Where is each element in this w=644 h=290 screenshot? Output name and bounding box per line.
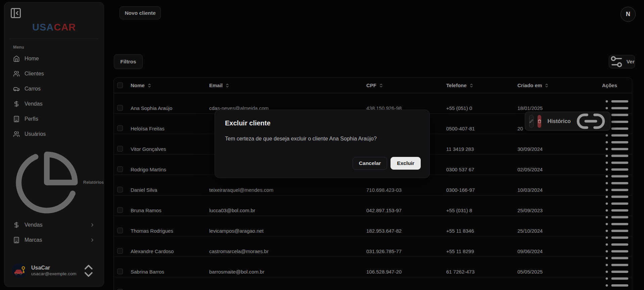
cell-cpf: 031.926.785-77: [366, 248, 446, 254]
sidebar-user-card[interactable]: UsaCar usacar@exemple.com: [8, 259, 100, 282]
logo-part-usa: USA: [32, 22, 54, 33]
sort-icon[interactable]: [225, 83, 230, 88]
sort-icon[interactable]: [544, 83, 549, 88]
sidebar-item-home[interactable]: Home: [4, 51, 104, 66]
building-icon: [13, 116, 20, 122]
table-row[interactable]: Thomas Rodrigueslevicampos@aragao.net182…: [114, 216, 632, 236]
row-checkbox[interactable]: [117, 269, 123, 274]
chevrons-up-down-icon: [81, 263, 96, 279]
app-logo: USACAR: [4, 22, 104, 35]
cell-criado-em: 05/05/2025: [517, 269, 598, 275]
cell-email: lucca03@bol.com.br: [209, 208, 366, 213]
sidebar-item-carros[interactable]: Carros: [4, 81, 104, 96]
sidebar-collapse-button[interactable]: [10, 7, 22, 19]
row-checkbox[interactable]: [117, 248, 123, 254]
column-header-nome[interactable]: Nome: [131, 82, 209, 88]
cell-criado-em: 09/06/2024: [517, 248, 598, 254]
users-icon: [13, 131, 20, 137]
cell-telefone: 0300-166-97: [446, 187, 517, 193]
building-icon: [13, 237, 20, 243]
cell-nome: Bruna Ramos: [131, 208, 209, 213]
sidebar-item-label: Vendas: [25, 222, 42, 228]
row-checkbox[interactable]: [117, 125, 123, 131]
filters-button[interactable]: Filtros: [114, 54, 143, 69]
user-avatar-car-icon: [12, 263, 27, 278]
cell-email: barrosmaite@bol.com.br: [209, 269, 366, 275]
sort-icon[interactable]: [469, 83, 474, 88]
cell-nome: Thomas Rodrigues: [131, 228, 209, 234]
confirm-delete-button[interactable]: Excluir: [390, 157, 421, 170]
profile-avatar[interactable]: N: [620, 7, 636, 22]
sort-icon[interactable]: [379, 83, 383, 88]
historico-link[interactable]: Histórico: [547, 118, 570, 124]
sort-icon[interactable]: [147, 83, 152, 88]
cell-criado-em: 25/09/2023: [517, 208, 598, 213]
cell-nome: Ana Sophia Araújo: [131, 105, 209, 111]
sidebar-item-perfis[interactable]: Perfis: [4, 111, 104, 126]
cell-nome: Rodrigo Martins: [131, 167, 209, 172]
trash-icon: [538, 119, 542, 123]
row-checkbox[interactable]: [117, 207, 123, 213]
select-all-checkbox[interactable]: [117, 82, 123, 88]
users-icon: [13, 70, 20, 77]
table-row[interactable]: Daniel Silvateixeiraraquel@mendes.com710…: [114, 175, 632, 195]
user-name: UsaCar: [31, 265, 77, 271]
edit-button[interactable]: [529, 115, 534, 128]
sidebar-item-label: Carros: [25, 86, 41, 92]
link-icon: [576, 106, 606, 136]
cell-telefone: +55 11 8346: [446, 228, 517, 234]
cell-telefone: 61 7262-473: [446, 269, 517, 275]
cell-telefone: 0300 537 67: [446, 167, 517, 172]
row-checkbox[interactable]: [117, 289, 123, 290]
cell-telefone: 11 3419 283: [446, 146, 517, 152]
modal-message: Tem certeza de que deseja excluir o clie…: [225, 136, 419, 142]
column-header-criado-em[interactable]: Criado em: [517, 82, 598, 88]
delete-client-modal: Excluir cliente Tem certeza de que desej…: [215, 110, 430, 178]
cell-telefone: +55 (051) 0: [446, 105, 517, 111]
modal-actions: Cancelar Excluir: [353, 157, 421, 170]
cell-criado-em: 25/10/2024: [517, 228, 598, 234]
column-header-telefone[interactable]: Telefone: [446, 82, 517, 88]
cell-cpf: 710.698.423-03: [366, 187, 446, 193]
view-columns-button[interactable]: Ver: [609, 55, 635, 68]
sidebar-item-label: Home: [25, 56, 39, 62]
home-icon: [13, 55, 20, 62]
sidebar-item-clientes[interactable]: Clientes: [4, 66, 104, 81]
table-header-row: Nome Email CPF Telefone Criado em Ações: [114, 78, 632, 93]
reports-menu: VendasMarcas: [4, 218, 104, 248]
row-checkbox[interactable]: [117, 146, 123, 152]
row-checkbox[interactable]: [117, 166, 123, 172]
cell-cpf: 182.953.647-82: [366, 228, 446, 234]
table-row[interactable]: Bryan Duarteleandro09@lopes.com267.318.0…: [114, 277, 632, 290]
column-header-acoes: Ações: [598, 82, 632, 88]
cell-cpf: 042.897.153-97: [366, 208, 446, 213]
table-row[interactable]: Alexandre Cardosocastromarcela@moraes.br…: [114, 236, 632, 257]
logo-part-car: CAR: [54, 22, 76, 33]
column-header-cpf[interactable]: CPF: [366, 82, 446, 88]
chevron-right-icon: [90, 222, 95, 228]
panel-left-close-icon: [10, 7, 22, 19]
column-header-email[interactable]: Email: [209, 82, 366, 88]
cancel-button[interactable]: Cancelar: [353, 157, 387, 170]
main-menu: HomeClientesCarrosVendasPerfisUsuários: [4, 51, 104, 141]
sidebar-item-marcas[interactable]: Marcas: [4, 233, 104, 248]
row-actions-popup: Histórico: [525, 112, 610, 131]
row-checkbox[interactable]: [117, 187, 123, 192]
sidebar-item-vendas[interactable]: Vendas: [4, 218, 104, 233]
table-row[interactable]: Bruna Ramoslucca03@bol.com.br042.897.153…: [114, 195, 632, 216]
sidebar-item-vendas[interactable]: Vendas: [4, 96, 104, 111]
new-client-button[interactable]: Novo cliente: [120, 6, 161, 19]
app-root: USACAR Menu HomeClientesCarrosVendasPerf…: [0, 0, 644, 290]
sidebar-divider: [10, 39, 98, 39]
sidebar-item-label: Clientes: [25, 71, 44, 77]
table-row[interactable]: Sabrina Barrosbarrosmaite@bol.com.br106.…: [114, 257, 632, 277]
chevron-right-icon: [90, 237, 95, 243]
row-actions-button[interactable]: [602, 277, 632, 290]
sidebar-item-usuarios[interactable]: Usuários: [4, 126, 104, 141]
row-checkbox[interactable]: [117, 228, 123, 233]
row-checkbox[interactable]: [117, 105, 123, 111]
cell-cpf: 106.528.947-20: [366, 269, 446, 275]
delete-button[interactable]: [538, 115, 542, 128]
sidebar-item-label: Vendas: [25, 101, 42, 107]
cell-criado-em: 10/03/2024: [517, 187, 598, 193]
